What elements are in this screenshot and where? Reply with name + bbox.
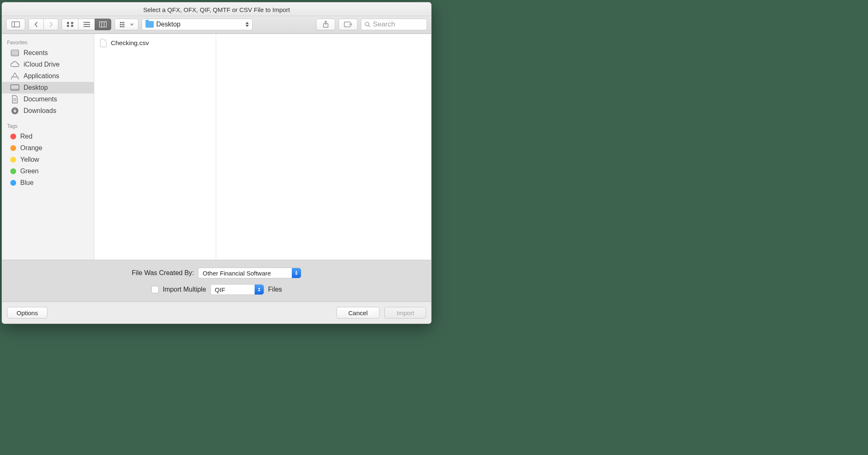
sidebar-item-label: Recents	[24, 49, 48, 57]
created-by-select[interactable]: Other Financial Software	[198, 268, 301, 278]
tags-button[interactable]	[339, 19, 358, 30]
toolbar: Desktop Search	[2, 16, 431, 34]
favorites-header: Favorites	[2, 37, 94, 47]
tag-label: Blue	[20, 179, 33, 187]
multiple-format-value: QIF	[215, 286, 225, 293]
location-popup[interactable]: Desktop	[142, 19, 253, 30]
forward-button[interactable]	[43, 19, 58, 30]
share-icon	[323, 21, 329, 28]
svg-rect-0	[12, 22, 20, 27]
svg-rect-14	[123, 22, 124, 23]
preview-column	[216, 34, 431, 260]
import-button-label: Import	[396, 309, 414, 316]
applications-icon	[10, 72, 19, 80]
sidebar-tag-yellow[interactable]: Yellow	[2, 154, 94, 165]
tag-icon	[344, 22, 352, 27]
chevron-left-icon	[34, 22, 38, 27]
chevron-down-icon	[130, 23, 134, 26]
svg-rect-17	[123, 24, 124, 25]
sidebar-item-downloads[interactable]: Downloads	[2, 105, 94, 117]
sidebar-item-desktop[interactable]: Desktop	[2, 82, 94, 93]
open-file-dialog: Select a QFX, OFX, QIF, QMTF or CSV File…	[2, 2, 432, 324]
nav-group	[29, 19, 58, 30]
tag-dot-icon	[10, 168, 16, 174]
view-list-button[interactable]	[78, 19, 95, 30]
svg-rect-9	[100, 22, 107, 27]
sidebar-toggle-button[interactable]	[6, 19, 25, 30]
sidebar-item-recents[interactable]: Recents	[2, 47, 94, 59]
view-mode-group	[62, 19, 111, 30]
sidebar-item-label: Downloads	[24, 107, 56, 115]
svg-rect-13	[122, 22, 123, 23]
import-button[interactable]: Import	[384, 307, 426, 318]
location-stepper-icon	[246, 22, 249, 27]
created-by-value: Other Financial Software	[203, 270, 271, 277]
options-button[interactable]: Options	[7, 307, 48, 318]
select-stepper-icon	[292, 268, 301, 278]
created-by-label: File Was Created By:	[132, 269, 194, 277]
dialog-footer: Options Cancel Import	[2, 302, 431, 323]
search-input[interactable]: Search	[361, 19, 427, 30]
svg-rect-16	[122, 24, 123, 25]
svg-rect-19	[122, 26, 123, 27]
sidebar-item-label: iCloud Drive	[24, 61, 60, 68]
sidebar-item-applications[interactable]: Applications	[2, 70, 94, 82]
svg-rect-18	[120, 26, 121, 27]
list-icon	[83, 22, 91, 27]
options-button-label: Options	[17, 309, 38, 316]
tag-label: Red	[20, 133, 32, 140]
multiple-format-select[interactable]: QIF	[210, 284, 264, 295]
select-stepper-icon	[255, 285, 264, 295]
svg-rect-2	[67, 22, 69, 24]
columns-icon	[99, 22, 107, 27]
svg-rect-20	[123, 26, 124, 27]
sidebar-tag-red[interactable]: Red	[2, 131, 94, 142]
content-area: Favorites Recents iCloud Drive Applicati…	[2, 34, 431, 260]
share-button[interactable]	[316, 19, 335, 30]
svg-rect-30	[11, 89, 19, 90]
document-icon	[100, 39, 107, 47]
import-multiple-checkbox[interactable]	[151, 286, 159, 293]
sidebar-tag-blue[interactable]: Blue	[2, 177, 94, 189]
tags-header: Tags	[2, 121, 94, 131]
location-folder-label: Desktop	[156, 21, 181, 28]
svg-rect-4	[67, 25, 69, 27]
chevron-right-icon	[49, 22, 53, 27]
group-icon	[119, 22, 129, 27]
tag-dot-icon	[10, 134, 16, 139]
dialog-title: Select a QFX, OFX, QIF, QMTF or CSV File…	[2, 2, 431, 16]
sidebar-item-documents[interactable]: Documents	[2, 93, 94, 105]
file-column: Checking.csv	[94, 34, 216, 260]
view-columns-button[interactable]	[95, 19, 111, 30]
sidebar-item-label: Applications	[24, 72, 59, 80]
group-by-button[interactable]	[114, 19, 138, 30]
sidebar-icon	[12, 22, 20, 27]
documents-icon	[10, 96, 19, 103]
sidebar-tag-orange[interactable]: Orange	[2, 142, 94, 154]
svg-rect-15	[120, 24, 121, 25]
back-button[interactable]	[29, 19, 43, 30]
search-icon	[365, 22, 370, 27]
sidebar-item-icloud[interactable]: iCloud Drive	[2, 59, 94, 70]
svg-rect-5	[71, 25, 73, 27]
cancel-button-label: Cancel	[348, 309, 368, 316]
downloads-icon	[10, 107, 19, 115]
cloud-icon	[10, 61, 19, 68]
tag-label: Green	[20, 168, 38, 175]
tag-dot-icon	[10, 145, 16, 151]
cancel-button[interactable]: Cancel	[336, 307, 380, 318]
import-multiple-label: Import Multiple	[163, 286, 206, 293]
file-name: Checking.csv	[111, 39, 149, 47]
sidebar-item-label: Desktop	[24, 84, 48, 91]
tag-dot-icon	[10, 180, 16, 186]
svg-point-23	[365, 22, 369, 26]
grid-icon	[67, 22, 74, 27]
folder-icon	[145, 21, 154, 28]
options-strip: File Was Created By: Other Financial Sof…	[2, 260, 431, 302]
files-suffix-label: Files	[268, 286, 282, 293]
svg-rect-12	[120, 22, 121, 23]
file-item[interactable]: Checking.csv	[94, 37, 216, 49]
tag-label: Orange	[20, 144, 42, 152]
view-icons-button[interactable]	[62, 19, 78, 30]
sidebar-tag-green[interactable]: Green	[2, 165, 94, 177]
